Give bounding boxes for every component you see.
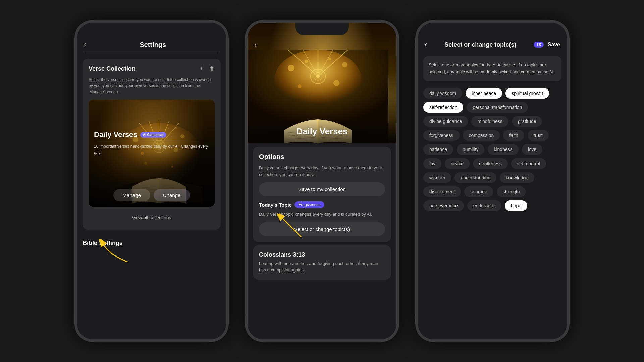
back-button-2[interactable]: ‹ (254, 40, 257, 50)
card-divider (94, 141, 209, 141)
topic-chip-personal-transformation[interactable]: personal transformation (467, 102, 528, 113)
topic-chip-peace[interactable]: peace (445, 158, 470, 169)
topic-chip-gentleness[interactable]: gentleness (473, 158, 508, 169)
view-all-container: View all collections (89, 212, 215, 224)
select-topic-button[interactable]: Select or change topic(s) (259, 222, 385, 236)
verse-collection-section: Verse Collection + ⬆ Select the verse co… (83, 59, 221, 230)
manage-button[interactable]: Manage (113, 189, 150, 201)
svg-point-36 (342, 62, 347, 67)
phone-screen-1: ‹ Settings Verse Collection + ⬆ Select t… (77, 23, 226, 339)
phone-topics: ‹ Select or change topic(s) 18 Save Sele… (415, 20, 570, 342)
change-button[interactable]: Change (154, 189, 190, 201)
topics-count-badge: 18 (534, 42, 543, 48)
daily-verses-card: Daily Verses AI Generated 20 important v… (89, 100, 215, 207)
svg-point-38 (333, 80, 339, 86)
topic-chip-gratitude[interactable]: gratitude (512, 116, 542, 127)
topic-chip-hope[interactable]: hope (505, 200, 527, 211)
card-content: Daily Verses AI Generated 20 important v… (89, 125, 215, 207)
phone-daily-verses: ‹ (245, 20, 399, 342)
phone-screen-2: ‹ (248, 23, 396, 339)
verse-text: bearing with one another, and forgiving … (259, 260, 385, 274)
topic-chip-knowledge[interactable]: knowledge (500, 172, 534, 183)
add-icon[interactable]: + (200, 65, 204, 73)
phones-wrapper: ‹ Settings Verse Collection + ⬆ Select t… (0, 0, 644, 362)
topic-chip-trust[interactable]: trust (528, 130, 549, 141)
verse-collection-description: Select the verse collection you want to … (89, 77, 215, 95)
bible-settings-section: Bible Settings (83, 235, 221, 251)
verse-reference: Colossians 3:13 (259, 251, 385, 258)
card-title-row: Daily Verses AI Generated (94, 130, 209, 139)
topic-chip-inner-peace[interactable]: inner peace (466, 88, 502, 99)
ai-badge: AI Generated (140, 132, 166, 138)
section-icons: + ⬆ (200, 65, 215, 73)
topic-chip-perseverance[interactable]: perseverance (423, 200, 464, 211)
card-description: 20 important verses hand-picked daily by… (94, 143, 209, 156)
svg-point-34 (316, 75, 320, 78)
phone-settings: ‹ Settings Verse Collection + ⬆ Select t… (74, 20, 229, 342)
daily-verses-header-image: ‹ (248, 23, 396, 143)
back-button-1[interactable]: ‹ (84, 40, 86, 49)
verse-section: Colossians 3:13 bearing with one another… (253, 245, 391, 280)
topic-badge: Forgiveness (294, 201, 324, 208)
card-title: Daily Verses (94, 130, 138, 139)
topics-info-box: Select one or more topics for the AI to … (423, 56, 561, 81)
svg-point-35 (288, 65, 294, 71)
save-button-topics[interactable]: Save (548, 42, 560, 48)
topic-chip-endurance[interactable]: endurance (467, 200, 501, 211)
topic-row: Today's Topic Forgiveness (259, 201, 385, 208)
options-section: Options Daily verses change every day. I… (253, 147, 391, 242)
topic-chip-faith[interactable]: faith (503, 130, 524, 141)
settings-title: Settings (86, 41, 219, 49)
topics-title: Select or change topic(s) (431, 41, 530, 48)
header-divider-1 (84, 53, 219, 53)
topic-chip-kindness[interactable]: kindness (488, 144, 518, 155)
bible-settings-title: Bible Settings (83, 240, 123, 246)
topic-chip-mindfulness[interactable]: mindfulness (471, 116, 508, 127)
verse-collection-title: Verse Collection (89, 65, 136, 72)
svg-point-40 (328, 58, 331, 60)
topic-chip-patience[interactable]: patience (423, 144, 453, 155)
topic-chip-self-reflection[interactable]: self-reflection (423, 102, 463, 113)
save-to-collection-button[interactable]: Save to my collection (259, 182, 385, 196)
svg-point-37 (298, 84, 302, 88)
topic-chip-humility[interactable]: humility (457, 144, 484, 155)
topic-chip-divine-guidance[interactable]: divine guidance (423, 116, 468, 127)
topic-chip-love[interactable]: love (522, 144, 543, 155)
topic-chip-self-control[interactable]: self-control (511, 158, 546, 169)
topic-chip-spiritual-growth[interactable]: spiritual growth (505, 88, 549, 99)
section-header: Verse Collection + ⬆ (89, 65, 215, 73)
topic-chip-joy[interactable]: joy (423, 158, 441, 169)
phone-notch-2 (295, 23, 349, 35)
phone-notch-3 (466, 23, 519, 35)
card-buttons: Manage Change (94, 189, 209, 201)
topic-chip-wisdom[interactable]: wisdom (423, 172, 451, 183)
topic-chip-forgiveness[interactable]: forgiveness (423, 130, 460, 141)
topic-chip-compassion[interactable]: compassion (463, 130, 500, 141)
daily-verses-title: Daily Verses (254, 126, 390, 137)
topic-chip-discernment[interactable]: discernment (423, 186, 461, 197)
upload-icon[interactable]: ⬆ (209, 65, 215, 73)
options-title: Options (259, 153, 385, 161)
topic-chip-daily-wisdom[interactable]: daily wisdom (423, 88, 462, 99)
back-button-3[interactable]: ‹ (425, 40, 427, 49)
topic-chip-strength[interactable]: strength (497, 186, 526, 197)
daily-verses-title-bar: Daily Verses (248, 120, 396, 143)
topic-chip-courage[interactable]: courage (464, 186, 493, 197)
options-description: Daily verses change every day. If you wa… (259, 165, 385, 178)
view-all-button[interactable]: View all collections (89, 212, 215, 224)
topic-description: Daily Verses topic changes every day and… (259, 211, 385, 218)
today-topic-label: Today's Topic (259, 202, 292, 208)
svg-point-39 (305, 60, 308, 63)
topic-chip-understanding[interactable]: understanding (454, 172, 496, 183)
phone-notch-1 (125, 23, 178, 35)
phone-screen-3: ‹ Select or change topic(s) 18 Save Sele… (418, 23, 567, 339)
topics-grid: daily wisdominner peacespiritual growths… (418, 84, 567, 215)
